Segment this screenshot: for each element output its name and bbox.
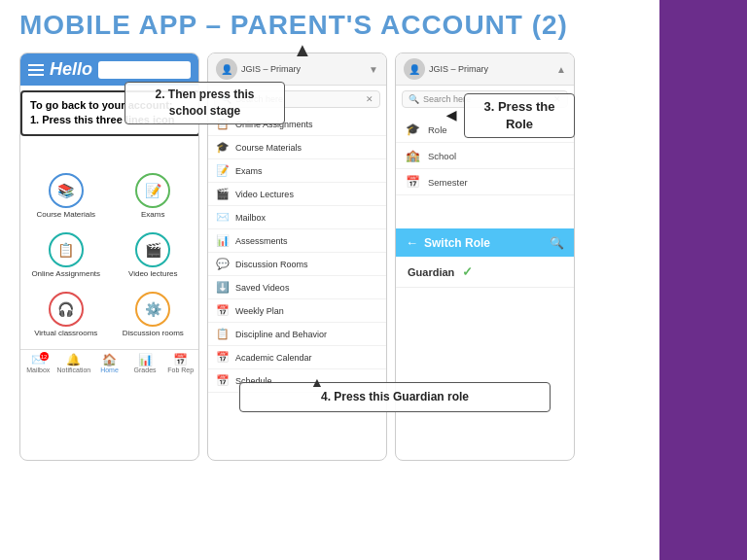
grid-label: Online Assignments xyxy=(31,269,100,278)
list-item[interactable]: 🎧 Virtual classrooms xyxy=(24,286,108,341)
page-title: MOBILE APP – PARENT'S ACCOUNT (2) xyxy=(19,10,661,41)
assignments-icon: 📋 xyxy=(49,232,84,267)
weekly-menu-icon: 📅 xyxy=(216,304,230,317)
school-label: JGIS – Primary xyxy=(429,64,552,74)
video-icon: 🎬 xyxy=(135,232,170,267)
exams-menu-icon: 📝 xyxy=(216,164,230,177)
grid-label: Virtual classrooms xyxy=(34,329,97,337)
video-menu-icon: 🎬 xyxy=(216,188,230,200)
list-item[interactable]: ⬇️ Saved Videos xyxy=(208,276,386,299)
list-item[interactable]: 📋 Online Assignments xyxy=(24,227,108,282)
search-icon: 🔍 xyxy=(409,94,419,104)
nav-label: Mailbox xyxy=(26,367,50,373)
nav-label: Grades xyxy=(134,367,157,373)
list-item[interactable]: 🎬 Video Lectures xyxy=(208,183,386,206)
list-item[interactable]: 💬 Discussion Rooms xyxy=(208,253,386,276)
semester-icon: 📅 xyxy=(406,175,420,189)
chevron-up-icon: ▲ xyxy=(556,64,566,75)
discipline-menu-icon: 📋 xyxy=(216,328,230,340)
nav-label: Home xyxy=(100,367,119,373)
menu-item-label: Academic Calendar xyxy=(235,353,312,363)
clear-search-icon[interactable]: ✕ xyxy=(366,94,374,104)
mailbox-menu-icon: ✉️ xyxy=(216,211,230,224)
up-arrow-phone2: ▲ xyxy=(293,39,312,61)
hamburger-icon[interactable] xyxy=(28,64,44,76)
grid-label: Video lectures xyxy=(128,269,178,278)
list-item[interactable]: 📝 Exams xyxy=(112,167,196,223)
role-label: Role xyxy=(428,124,447,135)
list-item[interactable]: 🎓 Course Materials xyxy=(208,136,386,159)
nav-fobrep[interactable]: 📅 Fob Rep xyxy=(162,353,198,373)
role-icon: 🎓 xyxy=(406,122,420,136)
list-item[interactable]: 📊 Assessments xyxy=(208,229,386,253)
step3-text: 3. Press the Role xyxy=(484,99,555,131)
hello-input xyxy=(98,61,191,79)
switch-role-header[interactable]: ← Switch Role 🔍 xyxy=(396,228,574,257)
menu-item-label: Discipline and Behavior xyxy=(235,330,327,339)
hello-text: Hello xyxy=(50,59,92,80)
switch-role-search-icon[interactable]: 🔍 xyxy=(550,236,564,250)
list-item[interactable]: 📚 Course Materials xyxy=(24,167,108,223)
step2-annotation: 2. Then press this school stage xyxy=(124,82,285,124)
saved-menu-icon: ⬇️ xyxy=(216,281,230,294)
academic-menu-icon: 📅 xyxy=(216,351,230,364)
avatar: 👤 xyxy=(216,58,237,80)
schedule-menu-icon: 📅 xyxy=(216,374,230,387)
list-item[interactable]: ✉️ Mailbox xyxy=(208,206,386,229)
list-item[interactable]: 📋 Discipline and Behavior xyxy=(208,323,386,346)
step4-annotation: ▲ 4. Press this Guardian role xyxy=(239,382,551,412)
checkmark-icon: ✓ xyxy=(462,264,473,279)
semester-item[interactable]: 📅 Semester xyxy=(396,169,574,195)
virtual-icon: 🎧 xyxy=(49,292,84,327)
menu-item-label: Course Materials xyxy=(235,143,302,153)
up-arrow-step4: ▲ xyxy=(310,373,324,393)
discussion-icon: ⚙️ xyxy=(135,292,170,327)
nav-notification[interactable]: 🔔 Notification xyxy=(56,353,92,373)
title-part1: MOBILE APP – xyxy=(19,10,231,40)
list-item[interactable]: 📅 Weekly Plan xyxy=(208,299,386,323)
nav-mailbox[interactable]: 12 ✉️ Mailbox xyxy=(20,353,56,373)
grid-label: Course Materials xyxy=(37,210,95,219)
school-icon: 🏫 xyxy=(406,149,420,162)
exams-icon: 📝 xyxy=(135,173,170,208)
chevron-down-icon: ▼ xyxy=(369,64,378,75)
discussion-menu-icon: 💬 xyxy=(216,258,230,270)
school-item[interactable]: 🏫 School xyxy=(396,143,574,169)
menu-item-label: Weekly Plan xyxy=(235,306,284,316)
menu-item-label: Exams xyxy=(235,166,263,176)
coursematerials-menu-icon: 🎓 xyxy=(216,141,230,154)
phone3-header: 👤 JGIS – Primary ▲ xyxy=(396,53,574,86)
nav-home[interactable]: 🏠 Home xyxy=(91,353,127,373)
avatar: 👤 xyxy=(404,58,425,80)
list-item[interactable]: 🎬 Video lectures xyxy=(112,227,196,282)
step4-text: 4. Press this Guardian role xyxy=(321,390,469,403)
list-item[interactable]: 📅 Academic Calendar xyxy=(208,346,386,369)
step2-text: 2. Then press this school stage xyxy=(155,88,254,118)
assessments-menu-icon: 📊 xyxy=(216,234,230,247)
menu-item-label: Discussion Rooms xyxy=(235,260,308,269)
nav-grades[interactable]: 📊 Grades xyxy=(127,353,163,373)
step3-annotation: 3. Press the Role ◀ xyxy=(456,89,583,142)
grid-label: Discussion rooms xyxy=(123,329,184,337)
guardian-label: Guardian xyxy=(408,266,454,278)
guardian-item[interactable]: Guardian ✓ xyxy=(396,257,574,288)
school-label: JGIS – Primary xyxy=(241,64,365,74)
list-item[interactable]: ⚙️ Discussion rooms xyxy=(112,286,196,341)
phone1-bottom-nav: 12 ✉️ Mailbox 🔔 Notification 🏠 Home 📊 Gr… xyxy=(20,349,198,376)
course-materials-icon: 📚 xyxy=(49,173,84,208)
nav-label: Fob Rep xyxy=(167,367,194,373)
grid-label: Exams xyxy=(141,210,164,219)
left-arrow-icon: ◀ xyxy=(446,107,456,124)
nav-label: Notification xyxy=(57,367,91,373)
menu-item-label: Mailbox xyxy=(235,213,266,223)
switch-role-title: Switch Role xyxy=(424,236,544,250)
phones-container: Hello To go back to your account: 1. Pre… xyxy=(19,52,661,461)
menu-item-label: Saved Videos xyxy=(235,283,289,293)
semester-label: Semester xyxy=(428,177,468,188)
phone1-grid: 📚 Course Materials 📝 Exams 📋 Online Assi… xyxy=(20,163,198,345)
back-icon: ← xyxy=(406,235,418,250)
list-item[interactable]: 📝 Exams xyxy=(208,159,386,183)
school-label-item: School xyxy=(428,151,456,161)
menu-item-label: Video Lectures xyxy=(235,190,294,199)
phone2-menu: 📋 Online Assignments 🎓 Course Materials … xyxy=(208,113,386,393)
